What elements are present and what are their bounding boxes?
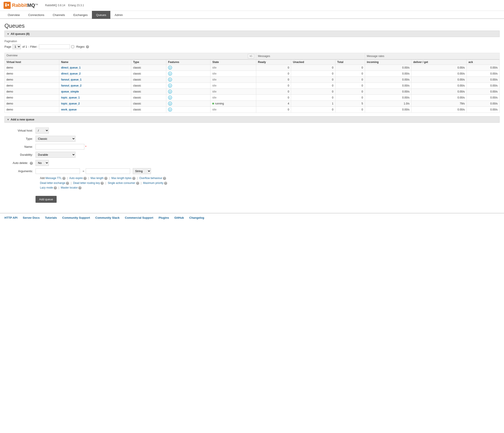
arg-max-length[interactable]: Max length	[90, 177, 104, 180]
cell-name[interactable]: direct_queue_2	[59, 71, 131, 77]
nav-queues[interactable]: Queues	[92, 11, 111, 19]
argument-value-input[interactable]	[86, 168, 130, 174]
cell-name[interactable]: queue_simple	[59, 89, 131, 95]
queue-name-link[interactable]: fanout_queue_1	[61, 78, 81, 81]
queue-name-link[interactable]: work_queue	[61, 108, 77, 111]
nav-admin[interactable]: Admin	[110, 11, 127, 19]
cell-name[interactable]: direct_queue_1	[59, 65, 131, 71]
arg-single-active-consumer[interactable]: Single active consumer	[108, 182, 135, 185]
table-row[interactable]: demo topic_queue_1 classic D idle 0 0 0 …	[5, 95, 500, 101]
auto-expire-help[interactable]: ?	[83, 177, 87, 180]
arg-overflow-behaviour[interactable]: Overflow behaviour	[139, 177, 162, 180]
arg-message-ttl[interactable]: Message TTL	[45, 177, 62, 180]
feature-badge-d: D	[168, 78, 172, 82]
cell-features: D	[166, 107, 210, 113]
table-row[interactable]: demo queue_simple classic D idle 0 0 0 0…	[5, 89, 500, 95]
max-length-help[interactable]: ?	[104, 177, 108, 180]
nav-connections[interactable]: Connections	[24, 11, 48, 19]
all-queues-section-header[interactable]: ▼ All queues (8)	[4, 31, 500, 37]
nav-channels[interactable]: Channels	[48, 11, 69, 19]
footer-tutorials[interactable]: Tutorials	[45, 216, 57, 219]
arg-auto-expire[interactable]: Auto expire	[69, 177, 83, 180]
cell-unacked: 0	[291, 71, 335, 77]
feature-badge-d: D	[168, 72, 172, 76]
cell-vhost: demo	[5, 71, 59, 77]
footer-github[interactable]: GitHub	[174, 216, 184, 219]
add-queue-section-header[interactable]: ▼ Add a new queue	[4, 116, 500, 123]
queue-name-link[interactable]: topic_queue_1	[61, 96, 80, 99]
durability-select[interactable]: Durable Transient	[36, 152, 75, 158]
table-row[interactable]: demo fanout_queue_1 classic D idle 0 0 0…	[5, 77, 500, 83]
footer-changelog[interactable]: Changelog	[189, 216, 204, 219]
queue-name-link[interactable]: direct_queue_2	[61, 72, 81, 75]
of-label: of 1	[22, 45, 27, 48]
nav-overview[interactable]: Overview	[4, 11, 24, 19]
virtual-host-select[interactable]: /	[36, 128, 49, 134]
argument-type-select[interactable]: String Number Boolean	[133, 168, 151, 174]
state-text: running	[215, 102, 224, 105]
cell-ack: 0.00/s	[467, 77, 500, 83]
message-ttl-help[interactable]: ?	[62, 177, 65, 180]
filter-input[interactable]	[39, 44, 70, 49]
master-locator-help[interactable]: ?	[78, 186, 81, 190]
argument-key-input[interactable]	[36, 168, 80, 174]
footer-community-slack[interactable]: Community Slack	[95, 216, 119, 219]
cell-ack: 0.00/s	[467, 71, 500, 77]
dead-letter-exchange-help[interactable]: ?	[66, 182, 69, 185]
arg-max-length-bytes[interactable]: Max length bytes	[111, 177, 132, 180]
cell-ack: 0.00/s	[467, 65, 500, 71]
queue-name-link[interactable]: fanout_queue_2	[61, 84, 81, 87]
cell-vhost: demo	[5, 77, 59, 83]
regex-checkbox[interactable]	[71, 45, 74, 48]
cell-ready: 0	[256, 107, 291, 113]
plus-minus-button[interactable]: +/-	[248, 54, 254, 58]
type-select[interactable]: Classic Quorum	[36, 136, 75, 142]
cell-deliver-get: 0.00/s	[411, 83, 467, 89]
table-row[interactable]: demo work_queue classic D idle 0 0 0 0.0…	[5, 107, 500, 113]
maximum-priority-help[interactable]: ?	[164, 182, 167, 185]
auto-delete-help-icon[interactable]: ?	[30, 162, 33, 165]
cell-unacked: 0	[291, 95, 335, 101]
queue-name-link[interactable]: queue_simple	[61, 90, 79, 93]
cell-total: 5	[335, 101, 365, 107]
footer-plugins[interactable]: Plugins	[159, 216, 169, 219]
queue-name-link[interactable]: direct_queue_1	[61, 66, 81, 69]
table-row[interactable]: demo direct_queue_2 classic D idle 0 0 0…	[5, 71, 500, 77]
cell-name[interactable]: fanout_queue_2	[59, 83, 131, 89]
state-text: idle	[212, 72, 216, 75]
footer-commercial-support[interactable]: Commercial Support	[125, 216, 153, 219]
table-row[interactable]: demo fanout_queue_2 classic D idle 0 0 0…	[5, 83, 500, 89]
col-state: State	[210, 60, 256, 65]
single-active-consumer-help[interactable]: ?	[136, 182, 139, 185]
arg-dead-letter-routing-key[interactable]: Dead letter routing key	[73, 182, 100, 185]
auto-delete-select[interactable]: No Yes	[36, 160, 49, 166]
cell-vhost: demo	[5, 95, 59, 101]
cell-incoming: 0.00/s	[365, 95, 411, 101]
cell-state: idle	[210, 77, 256, 83]
queue-name-link[interactable]: topic_queue_2	[61, 102, 80, 105]
arg-maximum-priority[interactable]: Maximum priority	[143, 182, 163, 185]
max-length-bytes-help[interactable]: ?	[132, 177, 135, 180]
footer-http-api[interactable]: HTTP API	[4, 216, 18, 219]
cell-state: idle	[210, 83, 256, 89]
nav-exchanges[interactable]: Exchanges	[69, 11, 92, 19]
arg-dead-letter-exchange[interactable]: Dead letter exchange	[40, 182, 65, 185]
table-row[interactable]: demo topic_queue_2 classic D running 4 1…	[5, 101, 500, 107]
dead-letter-routing-key-help[interactable]: ?	[100, 182, 104, 185]
cell-name[interactable]: topic_queue_2	[59, 101, 131, 107]
cell-name[interactable]: topic_queue_1	[59, 95, 131, 101]
regex-help-icon[interactable]: ?	[86, 45, 89, 48]
name-input[interactable]	[36, 144, 84, 149]
table-row[interactable]: demo direct_queue_1 classic D idle 0 0 0…	[5, 65, 500, 71]
cell-ready: 0	[256, 77, 291, 83]
cell-name[interactable]: fanout_queue_1	[59, 77, 131, 83]
arg-master-locator[interactable]: Master locator	[61, 186, 78, 189]
cell-name[interactable]: work_queue	[59, 107, 131, 113]
footer-server-docs[interactable]: Server Docs	[23, 216, 40, 219]
lazy-mode-help[interactable]: ?	[54, 186, 57, 190]
add-queue-button[interactable]: Add queue	[36, 196, 57, 203]
footer-community-support[interactable]: Community Support	[62, 216, 90, 219]
arg-lazy-mode[interactable]: Lazy mode	[40, 186, 53, 189]
page-select[interactable]: 1	[12, 44, 21, 49]
overflow-behaviour-help[interactable]: ?	[163, 177, 166, 180]
